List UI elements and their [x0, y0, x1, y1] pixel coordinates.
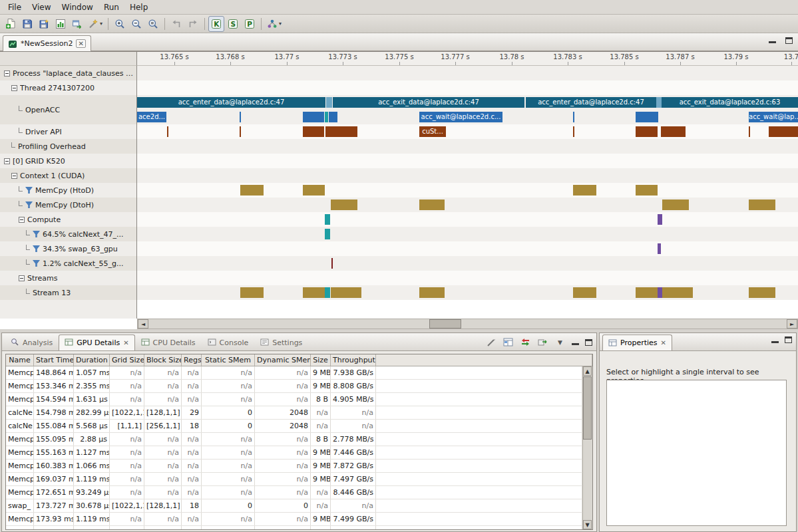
timeline-interval[interactable]	[331, 258, 333, 269]
scrollbar-thumb[interactable]	[583, 376, 592, 440]
table-row[interactable]: Memcp148.864 ms1.057 msn/an/an/an/an/a9 …	[6, 366, 582, 380]
timeline-interval[interactable]	[662, 287, 693, 298]
zoom-fit-button[interactable]	[145, 16, 161, 32]
collapse-icon[interactable]	[11, 173, 17, 179]
import-export-button[interactable]	[69, 16, 85, 32]
column-header-regs[interactable]: Regs	[182, 354, 202, 366]
timeline-interval[interactable]: cuSt...	[419, 126, 446, 137]
filter-icon[interactable]	[25, 187, 33, 194]
timeline-interval[interactable]	[573, 185, 596, 196]
timeline-interval[interactable]	[662, 200, 689, 210]
mark-mode-icon[interactable]	[485, 336, 497, 348]
column-header-grid-size[interactable]: Grid Size	[110, 354, 144, 366]
timeline-interval[interactable]	[658, 243, 661, 254]
zoom-in-button[interactable]	[112, 16, 128, 32]
zoom-out-button[interactable]	[128, 16, 144, 32]
tree-item-thread-2741307200[interactable]: Thread 2741307200	[0, 80, 137, 95]
timeline-interval[interactable]: acc_exit_data@laplace2d.c:47	[333, 97, 524, 108]
tree-item-64-5-calcnext-47[interactable]: 64.5% calcNext_47_...	[0, 227, 137, 241]
timeline-ruler[interactable]: 13.765 s13.768 s13.77 s13.773 s13.775 s1…	[137, 52, 798, 66]
timeline-interval[interactable]	[167, 126, 168, 137]
tree-item-0-grid-k520[interactable]: [0] GRID K520	[0, 154, 137, 168]
tree-item-memcpy-dtoh[interactable]: MemCpy (DtoH)	[0, 198, 137, 212]
collapse-icon[interactable]	[4, 70, 10, 76]
column-header-duration[interactable]: Duration	[74, 354, 110, 366]
table-row[interactable]: Memcp153.346 ms2.355 msn/an/an/an/an/a9 …	[6, 380, 582, 393]
menu-window[interactable]: Window	[57, 1, 99, 14]
timeline-interval[interactable]: acc_enter_data@laplace2d.c:47	[137, 97, 325, 108]
tree-item-memcpy-htod[interactable]: MemCpy (HtoD)	[0, 183, 137, 198]
menu-help[interactable]: Help	[124, 1, 153, 14]
tab-settings[interactable]: Settings	[254, 334, 308, 350]
timeline-interval[interactable]	[303, 185, 325, 196]
tab-cpu-details[interactable]: CPU Details	[135, 334, 202, 350]
scroll-left-icon[interactable]: ◄	[138, 319, 148, 329]
collapse-icon[interactable]	[11, 85, 17, 91]
tree-item-1-2-calcnext-55-g[interactable]: 1.2% calcNext_55_g...	[0, 256, 137, 271]
export-icon[interactable]	[537, 336, 548, 348]
timeline-horizontal-scrollbar[interactable]: ◄ ►	[137, 319, 798, 329]
tree-item-streams[interactable]: Streams	[0, 271, 137, 285]
next-marker-button[interactable]	[185, 16, 201, 32]
timeline-interval[interactable]	[325, 214, 330, 225]
tab-properties[interactable]: Properties ✕	[602, 334, 672, 350]
tree-item-34-3-swap-63-gpu[interactable]: 34.3% swap_63_gpu	[0, 241, 137, 256]
configure-button[interactable]: ▾	[86, 16, 104, 32]
prev-marker-button[interactable]	[168, 16, 184, 32]
timeline-interval[interactable]	[749, 126, 750, 137]
session-tab[interactable]: *NewSession2 ✕	[3, 35, 91, 51]
menu-view[interactable]: View	[27, 1, 56, 14]
timeline-interval[interactable]: acc_enter_data@laplace2d.c:47	[526, 97, 656, 108]
menu-run[interactable]: Run	[99, 1, 124, 14]
timeline-interval[interactable]	[661, 126, 686, 137]
scrollbar-thumb[interactable]	[429, 319, 461, 329]
timeline-interval[interactable]	[240, 126, 241, 137]
scroll-up-icon[interactable]: ▲	[583, 366, 592, 376]
close-icon[interactable]: ✕	[123, 339, 128, 346]
tab-analysis[interactable]: Analysis	[5, 334, 59, 350]
timeline-interval[interactable]	[636, 126, 658, 137]
tab-gpu-details[interactable]: GPU Details✕	[59, 334, 134, 350]
timeline-interval[interactable]	[240, 185, 264, 196]
timeline-interval[interactable]	[303, 126, 324, 137]
column-header-static-smem[interactable]: Static SMem	[202, 354, 255, 366]
tree-item-openacc[interactable]: OpenACC	[0, 95, 137, 124]
process-highlight-toggle[interactable]: P	[242, 16, 258, 32]
table-row[interactable]: swap_173.727 ms30.678 µs[1022,1,1][128,1…	[6, 499, 582, 513]
maximize-icon[interactable]	[785, 37, 793, 44]
refresh-icon[interactable]	[520, 336, 531, 348]
minimize-icon[interactable]	[572, 339, 579, 345]
timeline-interval[interactable]: acc_wait@laplace2d.c...	[419, 112, 502, 122]
table-row[interactable]: Memcp169.037 ms1.119 msn/an/an/an/an/a9 …	[6, 473, 582, 486]
tree-item-process-laplace-data-clauses-10[interactable]: Process "laplace_data_clauses 10...	[0, 66, 137, 80]
timeline-interval[interactable]	[240, 112, 241, 122]
timeline-interval[interactable]	[303, 287, 325, 298]
table-row[interactable]: Memcp155.163 ms1.127 msn/an/an/an/an/a9 …	[6, 446, 582, 460]
timeline-interval[interactable]	[636, 112, 658, 122]
run-analysis-button[interactable]: ▾	[265, 16, 284, 32]
close-icon[interactable]: ✕	[76, 39, 85, 48]
tab-console[interactable]: Console	[202, 334, 255, 350]
timeline-interval[interactable]	[326, 97, 332, 108]
timeline-interval[interactable]	[329, 112, 337, 122]
timeline-interval[interactable]	[656, 97, 662, 108]
tree-item-profiling-overhead[interactable]: Profiling Overhead	[0, 139, 137, 154]
timeline-interval[interactable]	[303, 112, 324, 122]
table-row[interactable]: calcNe155.084 ms5.568 µs[1,1,1][256,1,1]…	[6, 420, 582, 433]
timeline-interval[interactable]	[419, 200, 445, 210]
view-menu-icon[interactable]: ▼	[554, 336, 566, 348]
minimize-icon[interactable]	[771, 337, 779, 343]
column-header-name[interactable]: Name	[6, 354, 34, 366]
timeline-interval[interactable]	[331, 287, 361, 298]
timeline-interval[interactable]	[325, 112, 328, 122]
timeline-interval[interactable]	[658, 214, 662, 225]
timeline-interval[interactable]	[325, 229, 330, 239]
table-row[interactable]: Memcp154.594 ms1.631 µsn/an/an/an/an/a8 …	[6, 393, 582, 406]
column-header-dynamic-smem[interactable]: Dynamic SMem	[255, 354, 311, 366]
scroll-right-icon[interactable]: ►	[787, 319, 797, 329]
column-header-start-time[interactable]: Start Time	[34, 354, 74, 366]
timeline-interval[interactable]: acc_exit_data@laplace2d.c:63	[662, 97, 798, 108]
timeline-interval[interactable]	[573, 126, 574, 137]
profile-application-button[interactable]	[53, 16, 69, 32]
timeline-interval[interactable]	[419, 287, 445, 298]
